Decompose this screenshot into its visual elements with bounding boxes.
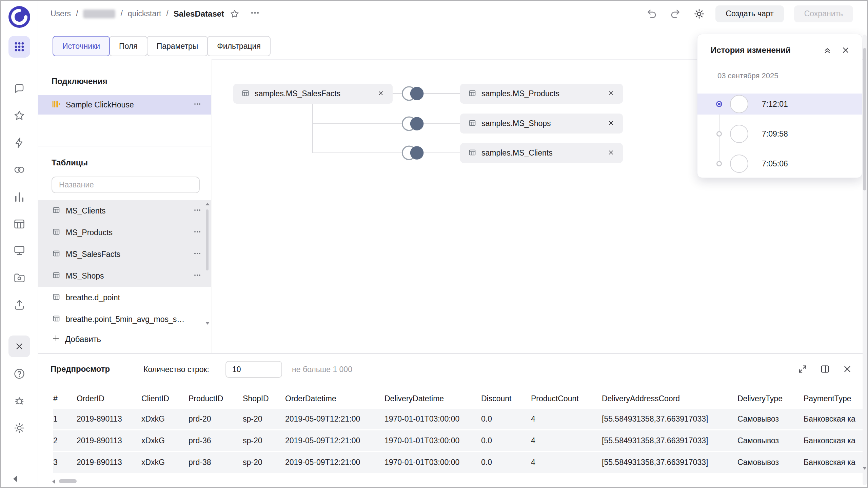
favorite-star-icon[interactable] [229, 6, 240, 21]
join-line [312, 152, 460, 153]
app-switcher-button[interactable] [8, 36, 30, 58]
tab-fields[interactable]: Поля [109, 36, 147, 56]
remove-table-icon[interactable] [377, 89, 384, 98]
table-list-item[interactable]: MS_Shops [38, 265, 211, 287]
grid-dots-icon [14, 41, 25, 53]
column-header: PaymentType [804, 389, 867, 409]
tab-parameters[interactable]: Параметры [147, 36, 208, 56]
scrollbar-thumb[interactable] [863, 48, 866, 190]
undo-icon[interactable] [646, 8, 658, 20]
preview-table: # OrderID ClientID ProductID ShopID Orde… [53, 389, 867, 474]
table-more-icon[interactable] [193, 206, 201, 216]
help-icon[interactable] [13, 367, 26, 380]
column-header: # [53, 389, 77, 409]
expand-preview-icon[interactable] [797, 364, 808, 375]
table-more-icon[interactable] [193, 271, 201, 281]
table-icon [468, 89, 476, 99]
connection-item-sample-clickhouse[interactable]: Sample ClickHouse [38, 95, 211, 115]
table-list-item[interactable]: MS_Clients [38, 200, 211, 222]
split-view-icon[interactable] [820, 364, 830, 375]
breadcrumb: Users / / quickstart / SalesDataset [51, 1, 260, 27]
history-radio-selected[interactable] [716, 101, 722, 107]
preview-horizontal-scrollbar[interactable] [38, 479, 861, 484]
create-chart-button[interactable]: Создать чарт [715, 5, 784, 22]
add-table-button[interactable]: Добавить [52, 330, 101, 348]
scroll-left-arrow[interactable] [52, 479, 55, 484]
row-count-hint: не больше 1 000 [292, 365, 352, 374]
table-node-shops[interactable]: samples.MS_Shops [460, 114, 623, 134]
save-button[interactable]: Сохранить [794, 5, 853, 22]
datasets-rings-icon[interactable] [13, 163, 26, 176]
table-node-products[interactable]: samples.MS_Products [460, 84, 623, 104]
gallery-folder-icon[interactable] [13, 271, 26, 284]
scrollbar-thumb[interactable] [59, 479, 77, 483]
tables-title: Таблицы [52, 158, 88, 167]
scroll-up-arrow[interactable] [205, 203, 210, 205]
breadcrumb-quickstart[interactable]: quickstart [128, 9, 161, 18]
favorites-star-icon[interactable] [13, 109, 26, 122]
tables-list-scrollbar[interactable] [205, 203, 210, 325]
history-radio[interactable] [716, 131, 722, 137]
dataset-settings-gear-icon[interactable] [693, 8, 705, 20]
join-type-icon[interactable] [400, 85, 426, 102]
collapse-history-icon[interactable] [823, 45, 832, 56]
table-more-icon[interactable] [193, 228, 201, 237]
collections-icon[interactable] [13, 82, 26, 95]
table-list-item[interactable]: MS_Products [38, 222, 211, 243]
top-actions: Создать чарт Сохранить [634, 1, 853, 27]
table-node-clients[interactable]: samples.MS_Clients [460, 143, 623, 163]
settings-gear-icon[interactable] [13, 422, 26, 434]
page-vertical-scrollbar[interactable] [863, 35, 867, 485]
history-radio[interactable] [716, 161, 722, 166]
tables-icon[interactable] [13, 218, 26, 230]
join-type-icon[interactable] [400, 115, 426, 132]
dashboards-monitor-icon[interactable] [13, 244, 26, 257]
scroll-down-arrow[interactable] [863, 467, 866, 470]
scroll-down-arrow[interactable] [205, 322, 210, 325]
tables-list: MS_Clients MS_Products MS_SalesFacts MS_… [38, 200, 211, 330]
upload-icon[interactable] [13, 298, 26, 311]
close-panel-button[interactable] [8, 336, 30, 357]
history-entry[interactable]: 7:12:01 [697, 94, 862, 115]
connection-more-icon[interactable] [193, 100, 201, 109]
row-count-input[interactable] [225, 361, 282, 378]
remove-table-icon[interactable] [607, 89, 615, 98]
preview-panel: Предпросмотр Количество строк: не больше… [38, 353, 867, 488]
more-actions-icon[interactable] [250, 8, 260, 20]
breadcrumb-hidden-item[interactable] [83, 9, 115, 18]
bug-report-icon[interactable] [13, 394, 26, 407]
datalens-logo[interactable] [8, 6, 30, 28]
connections-lightning-icon[interactable] [13, 136, 26, 149]
table-node-salesfacts[interactable]: samples.MS_SalesFacts [233, 84, 393, 104]
column-header: OrderDatetime [285, 389, 384, 409]
table-more-icon[interactable] [193, 249, 201, 259]
close-preview-icon[interactable] [842, 364, 852, 375]
table-icon [52, 206, 60, 216]
remove-table-icon[interactable] [607, 119, 615, 128]
redo-icon[interactable] [669, 8, 682, 20]
tab-sources[interactable]: Источники [53, 36, 110, 56]
join-type-icon[interactable] [400, 144, 426, 161]
table-search-input[interactable] [52, 177, 200, 193]
table-list-item[interactable]: breathe.d_point [38, 287, 211, 308]
table-icon [52, 249, 60, 259]
collapse-sidebar-icon[interactable] [9, 472, 22, 485]
scrollbar-thumb[interactable] [206, 209, 209, 270]
table-icon [468, 119, 476, 128]
remove-table-icon[interactable] [607, 149, 615, 158]
column-header: ProductCount [531, 389, 602, 409]
close-history-icon[interactable] [841, 45, 850, 56]
clickhouse-icon [52, 100, 60, 110]
panel-divider [38, 146, 211, 146]
history-entry[interactable]: 7:05:06 [697, 153, 862, 174]
table-list-item[interactable]: breathe.point_5min_avg_mos_s… [38, 308, 211, 330]
column-header: OrderID [77, 389, 141, 409]
column-header: Discount [481, 389, 531, 409]
charts-icon[interactable] [13, 190, 26, 203]
history-entry[interactable]: 7:09:58 [697, 123, 862, 144]
top-bar: Users / / quickstart / SalesDataset Созд… [38, 1, 867, 27]
table-icon [52, 228, 60, 237]
table-list-item[interactable]: MS_SalesFacts [38, 243, 211, 265]
breadcrumb-users[interactable]: Users [51, 9, 71, 18]
tab-filtering[interactable]: Фильтрация [207, 36, 271, 56]
